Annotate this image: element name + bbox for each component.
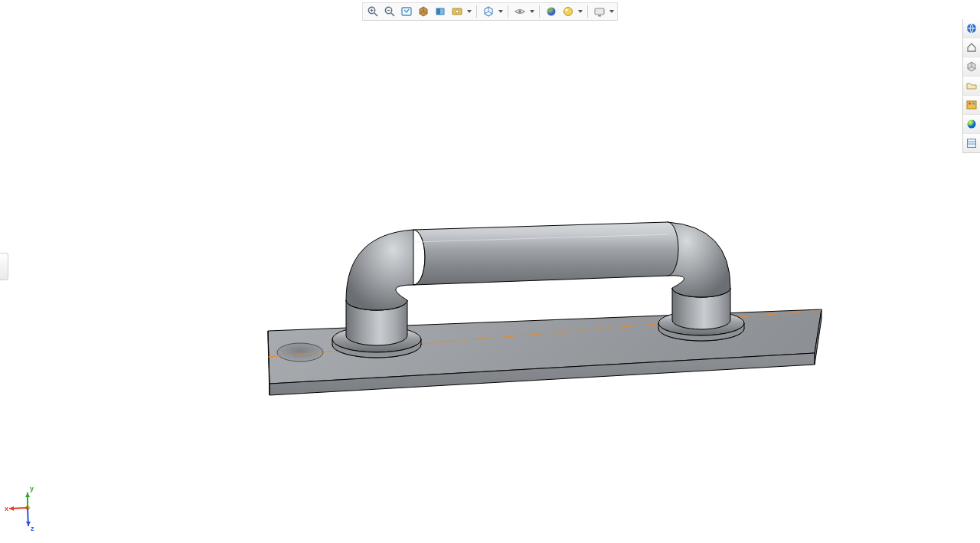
svg-point-24 <box>277 343 323 361</box>
triad-y-label: y <box>30 485 34 492</box>
svg-marker-32 <box>9 506 14 511</box>
triad-z-label: z <box>31 525 34 532</box>
left-elbow <box>346 230 425 310</box>
svg-marker-34 <box>25 492 30 497</box>
view-triad[interactable]: x y z <box>5 486 47 534</box>
graphics-viewport[interactable] <box>0 0 980 543</box>
triad-x-label: x <box>5 505 8 512</box>
top-tube <box>413 222 678 285</box>
